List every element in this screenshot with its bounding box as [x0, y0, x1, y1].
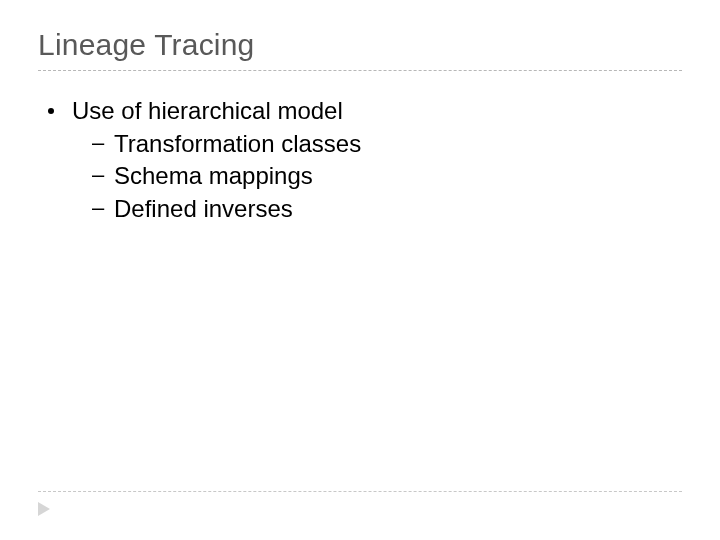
bullet-dot-icon: [48, 108, 54, 114]
slide-body: Use of hierarchical model – Transformati…: [48, 96, 648, 227]
slide: Lineage Tracing Use of hierarchical mode…: [0, 0, 720, 540]
bottom-underline: [38, 491, 682, 492]
bullet-text: Defined inverses: [114, 194, 293, 225]
bullet-text: Schema mappings: [114, 161, 313, 192]
bullet-text: Transformation classes: [114, 129, 361, 160]
bullet-dash-icon: –: [92, 129, 102, 157]
bullet-level2: – Schema mappings: [92, 161, 648, 192]
slide-title: Lineage Tracing: [38, 28, 255, 62]
bullet-dash-icon: –: [92, 161, 102, 189]
title-underline: [38, 70, 682, 71]
bullet-level2: – Defined inverses: [92, 194, 648, 225]
bullet-level2: – Transformation classes: [92, 129, 648, 160]
bullet-dash-icon: –: [92, 194, 102, 222]
bullet-level1: Use of hierarchical model: [48, 96, 648, 127]
bullet-text: Use of hierarchical model: [72, 96, 343, 127]
arrow-right-icon: [38, 502, 50, 516]
